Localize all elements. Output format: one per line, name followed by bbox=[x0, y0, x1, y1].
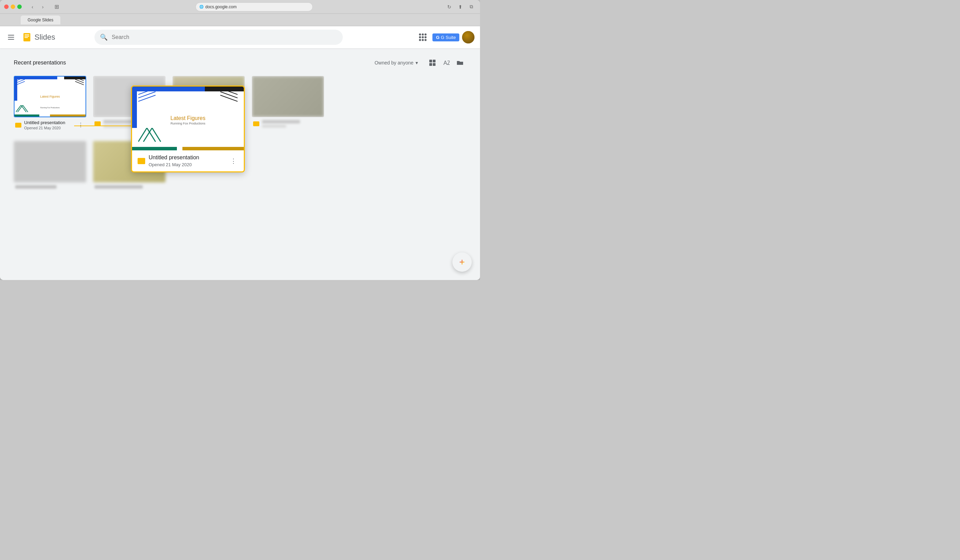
new-tab-button[interactable]: ⧉ bbox=[467, 3, 476, 10]
fab-plus-icon: + bbox=[459, 256, 465, 267]
svg-rect-0 bbox=[8, 35, 14, 35]
svg-rect-18 bbox=[16, 123, 20, 127]
section-header: Recent presentations Owned by anyone ▾ bbox=[14, 56, 466, 69]
card-thumbnail-1[interactable]: Latest Figures Running Fox Productions bbox=[14, 76, 86, 117]
reload-button[interactable]: ↻ bbox=[445, 3, 454, 10]
card-details-4 bbox=[262, 120, 323, 128]
nav-buttons: ‹ › bbox=[28, 3, 47, 10]
teal-shape-icon bbox=[16, 105, 30, 114]
svg-rect-10 bbox=[433, 63, 435, 66]
zoom-slides-icon bbox=[138, 158, 145, 164]
close-button[interactable] bbox=[4, 5, 9, 9]
active-tab[interactable]: Google Slides bbox=[21, 16, 60, 24]
thumb-teal-bottom bbox=[14, 115, 39, 117]
sort-button[interactable]: AZ bbox=[440, 56, 453, 69]
blurred-name-4 bbox=[262, 120, 300, 123]
share-button[interactable]: ⬆ bbox=[456, 3, 465, 10]
thumb-gold-bottom bbox=[50, 115, 85, 117]
card-name-1: Untitled presentation bbox=[24, 120, 74, 125]
svg-line-16 bbox=[75, 79, 84, 83]
back-button[interactable]: ‹ bbox=[28, 3, 37, 10]
svg-rect-7 bbox=[429, 60, 432, 62]
folder-button[interactable] bbox=[454, 56, 466, 69]
card-info-1: Untitled presentation Opened 21 May 2020… bbox=[14, 117, 86, 133]
svg-rect-9 bbox=[429, 63, 432, 66]
blurred-date-4 bbox=[262, 125, 286, 128]
thumb-subtitle: Running Fox Productions bbox=[40, 107, 60, 109]
slides-file-icon-4 bbox=[253, 122, 259, 126]
grid-view-button[interactable] bbox=[426, 56, 438, 69]
thumb-lines-tl-icon bbox=[16, 77, 27, 88]
blurred-thumb-4 bbox=[252, 76, 324, 117]
forward-button[interactable]: › bbox=[38, 3, 47, 10]
blurred-date-2 bbox=[104, 125, 134, 128]
owned-filter-button[interactable]: Owned by anyone ▾ bbox=[370, 58, 422, 67]
card-more-button-1[interactable]: ⋮ bbox=[77, 121, 85, 129]
svg-text:AZ: AZ bbox=[443, 60, 450, 66]
zt-teal-bottom bbox=[132, 147, 177, 150]
zt-title: Latest Figures bbox=[170, 115, 205, 121]
presentation-card-4[interactable] bbox=[252, 76, 324, 133]
hamburger-menu-button[interactable] bbox=[5, 32, 16, 43]
zoom-thumb-inner: Latest Figures Running Fox Productions bbox=[132, 86, 244, 150]
svg-rect-21 bbox=[254, 122, 258, 125]
svg-rect-1 bbox=[8, 37, 14, 38]
svg-line-13 bbox=[16, 79, 25, 83]
svg-line-14 bbox=[16, 82, 25, 85]
pres-thumbnail-1: Latest Figures Running Fox Productions bbox=[14, 77, 85, 117]
tab-label: Google Slides bbox=[27, 18, 53, 22]
blurred-name-6 bbox=[94, 185, 143, 189]
address-bar[interactable]: 🌐 docs.google.com bbox=[195, 2, 313, 11]
apps-grid-icon bbox=[419, 34, 427, 41]
zoom-card-details: Untitled presentation Opened 21 May 2020 bbox=[149, 155, 199, 167]
filter-controls: Owned by anyone ▾ bbox=[370, 56, 466, 69]
page-content: Recent presentations Owned by anyone ▾ bbox=[0, 48, 480, 200]
zoom-thumbnail: Latest Figures Running Fox Productions bbox=[132, 86, 244, 150]
svg-rect-4 bbox=[24, 35, 29, 35]
slides-logo-icon bbox=[22, 32, 32, 42]
slides-logo-text: Slides bbox=[35, 33, 55, 42]
card-thumbnail-4[interactable] bbox=[252, 76, 324, 117]
section-title: Recent presentations bbox=[14, 60, 66, 66]
gsuite-badge[interactable]: G G Suite bbox=[432, 34, 459, 42]
blurred-thumb-5 bbox=[14, 141, 86, 182]
filter-label: Owned by anyone bbox=[374, 60, 413, 66]
svg-rect-19 bbox=[96, 122, 100, 125]
blurred-info-5 bbox=[14, 182, 86, 191]
traffic-lights bbox=[4, 5, 22, 9]
zoom-more-button[interactable]: ⋮ bbox=[229, 156, 238, 166]
svg-line-25 bbox=[138, 95, 155, 101]
browser-window: ‹ › ⊞ 🌐 docs.google.com ↻ ⬆ ⧉ Google Sli… bbox=[0, 0, 480, 280]
zt-lines-tr-icon bbox=[217, 88, 238, 106]
search-bar[interactable]: 🔍 bbox=[94, 30, 343, 45]
slides-file-icon-2 bbox=[94, 122, 101, 126]
gsuite-g: G bbox=[436, 35, 439, 40]
card-date-1: Opened 21 May 2020 bbox=[24, 126, 74, 130]
blurred-info-6 bbox=[93, 182, 165, 191]
card-details-1: Untitled presentation Opened 21 May 2020 bbox=[24, 120, 74, 130]
zt-teal-shape-icon bbox=[138, 128, 166, 145]
maximize-button[interactable] bbox=[17, 5, 22, 9]
user-avatar[interactable] bbox=[462, 31, 475, 43]
minimize-button[interactable] bbox=[11, 5, 15, 9]
apps-grid-button[interactable] bbox=[416, 30, 430, 44]
svg-rect-8 bbox=[433, 60, 435, 62]
zoom-tooltip: Latest Figures Running Fox Productions U… bbox=[131, 85, 245, 173]
svg-line-24 bbox=[138, 92, 155, 98]
browser-titlebar: ‹ › ⊞ 🌐 docs.google.com ↻ ⬆ ⧉ bbox=[0, 0, 480, 14]
sidebar-toggle-button[interactable]: ⊞ bbox=[52, 3, 61, 10]
filter-arrow-icon: ▾ bbox=[416, 60, 418, 66]
svg-line-27 bbox=[220, 92, 238, 98]
slides-logo: Slides bbox=[22, 32, 55, 42]
zoom-card-title: Untitled presentation bbox=[149, 155, 199, 161]
gsuite-label: G Suite bbox=[441, 35, 456, 40]
zt-gold-bottom bbox=[182, 147, 244, 150]
zoom-card-info: Untitled presentation Opened 21 May 2020… bbox=[132, 150, 244, 171]
header-right: G G Suite bbox=[416, 30, 474, 44]
svg-line-12 bbox=[16, 77, 25, 81]
new-presentation-fab[interactable]: + bbox=[453, 253, 472, 272]
thumb-lines-tr-icon bbox=[74, 77, 84, 88]
zt-lines-tl-icon bbox=[138, 88, 159, 106]
search-input[interactable] bbox=[112, 34, 337, 40]
presentation-card-1[interactable]: Latest Figures Running Fox Productions bbox=[14, 76, 86, 133]
